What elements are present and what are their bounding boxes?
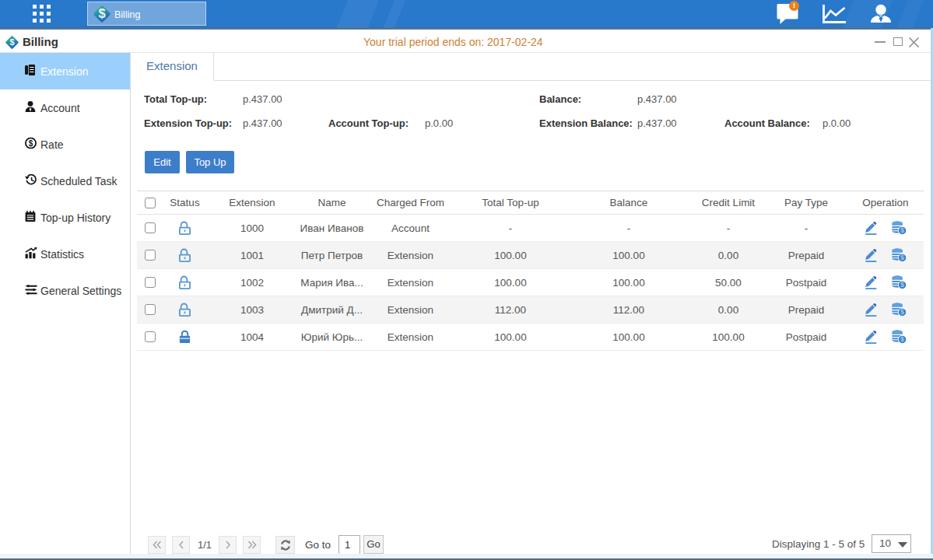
svg-text:$: $	[9, 37, 14, 47]
svg-text:$: $	[29, 138, 33, 147]
svg-text:$: $	[98, 6, 105, 20]
